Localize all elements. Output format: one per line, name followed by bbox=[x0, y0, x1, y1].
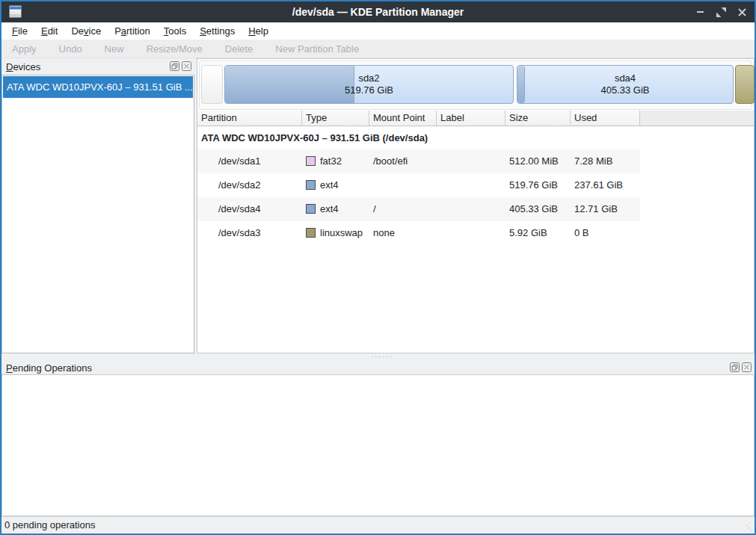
cell-mount-point: / bbox=[369, 197, 437, 221]
fstype-swatch bbox=[306, 204, 316, 214]
segment-size: 405.33 GiB bbox=[600, 84, 649, 96]
devices-panel-title: Devices bbox=[6, 60, 40, 75]
resize-move-button[interactable]: Resize/Move bbox=[147, 43, 203, 55]
menu-device[interactable]: Device bbox=[64, 22, 108, 40]
column-header-label[interactable]: Label bbox=[437, 111, 505, 126]
table-header: Partition Type Mount Point Label Size Us… bbox=[197, 111, 754, 126]
table-row[interactable]: /dev/sda2 ext4 519.76 GiB 237.61 GiB bbox=[197, 173, 640, 197]
devices-float-icon[interactable] bbox=[170, 61, 179, 71]
cell-partition: /dev/sda4 bbox=[197, 197, 302, 221]
column-header-size[interactable]: Size bbox=[505, 111, 571, 126]
cell-used: 12.71 GiB bbox=[571, 197, 640, 221]
menu-partition[interactable]: Partition bbox=[108, 22, 157, 40]
partition-segment-sda2[interactable]: sda2 519.76 GiB bbox=[224, 65, 514, 104]
column-header-partition[interactable]: Partition bbox=[197, 111, 302, 126]
cell-type: fat32 bbox=[320, 155, 342, 167]
cell-used: 0 B bbox=[571, 221, 640, 245]
window-title: /dev/sda — KDE Partition Manager bbox=[1, 1, 755, 22]
status-bar: 0 pending operations ⋱ bbox=[1, 516, 755, 534]
device-list-item[interactable]: ATA WDC WD10JPVX-60J – 931.51 GiB ... bbox=[3, 76, 193, 98]
sda2-used-fill bbox=[225, 66, 354, 103]
column-header-filler bbox=[640, 111, 754, 126]
table-row[interactable]: /dev/sda3 linuxswap none 5.92 GiB 0 B bbox=[197, 221, 640, 245]
cell-used: 237.61 GiB bbox=[571, 173, 640, 197]
undo-button[interactable]: Undo bbox=[59, 43, 82, 55]
maximize-button[interactable] bbox=[716, 7, 726, 17]
cell-type: ext4 bbox=[320, 179, 339, 191]
cell-mount-point bbox=[369, 173, 437, 197]
segment-name: sda2 bbox=[345, 72, 393, 84]
new-button[interactable]: New bbox=[105, 43, 124, 55]
minimize-button[interactable] bbox=[695, 7, 705, 17]
cell-size: 405.33 GiB bbox=[505, 197, 571, 221]
partition-table: Partition Type Mount Point Label Size Us… bbox=[197, 111, 754, 245]
resize-grip[interactable]: ⋱ bbox=[746, 525, 753, 532]
tool-bar: Apply Undo New Resize/Move Delete New Pa… bbox=[1, 40, 755, 58]
partition-segment-sda1[interactable] bbox=[201, 65, 223, 104]
apply-button[interactable]: Apply bbox=[12, 43, 37, 55]
fstype-swatch bbox=[306, 180, 316, 190]
table-row[interactable]: /dev/sda1 fat32 /boot/efi 512.00 MiB 7.2… bbox=[197, 149, 640, 173]
cell-type: ext4 bbox=[320, 203, 339, 214]
cell-label bbox=[437, 197, 505, 221]
cell-label bbox=[437, 149, 505, 173]
fstype-swatch bbox=[306, 156, 316, 166]
partition-segment-sda4[interactable]: sda4 405.33 GiB bbox=[517, 65, 734, 104]
fstype-swatch bbox=[306, 228, 316, 238]
cell-label bbox=[437, 173, 505, 197]
cell-label bbox=[437, 221, 505, 245]
sda4-used-fill bbox=[517, 66, 525, 103]
kde-partition-manager-window: /dev/sda — KDE Partition Manager File Ed… bbox=[0, 0, 756, 535]
menu-edit[interactable]: Edit bbox=[34, 22, 64, 40]
cell-mount-point: /boot/efi bbox=[369, 149, 437, 173]
menu-file[interactable]: File bbox=[5, 22, 34, 40]
column-header-type[interactable]: Type bbox=[302, 111, 369, 126]
cell-size: 519.76 GiB bbox=[505, 173, 571, 197]
partition-view: sda2 519.76 GiB sda4 405.33 GiB Partitio… bbox=[197, 58, 755, 353]
close-icon[interactable] bbox=[737, 7, 747, 17]
devices-list: ATA WDC WD10JPVX-60J – 931.51 GiB ... bbox=[1, 75, 194, 353]
cell-size: 5.92 GiB bbox=[505, 221, 571, 245]
new-partition-table-button[interactable]: New Partition Table bbox=[275, 43, 359, 55]
menu-tools[interactable]: Tools bbox=[157, 22, 193, 40]
cell-used: 7.28 MiB bbox=[571, 149, 640, 173]
pending-close-icon[interactable] bbox=[742, 362, 752, 372]
segment-name: sda4 bbox=[600, 72, 649, 84]
cell-partition: /dev/sda2 bbox=[197, 173, 302, 197]
status-text: 0 pending operations bbox=[4, 519, 95, 531]
devices-close-icon[interactable] bbox=[182, 61, 191, 71]
cell-mount-point: none bbox=[369, 221, 437, 245]
partition-bar: sda2 519.76 GiB sda4 405.33 GiB bbox=[199, 61, 752, 110]
device-group-header[interactable]: ATA WDC WD10JPVX-60J – 931.51 GiB (/dev/… bbox=[197, 126, 754, 149]
cell-size: 512.00 MiB bbox=[505, 149, 571, 173]
title-bar[interactable]: /dev/sda — KDE Partition Manager bbox=[1, 1, 755, 22]
pending-operations-list bbox=[1, 374, 755, 516]
segment-size: 519.76 GiB bbox=[345, 84, 393, 96]
partition-segment-sda3[interactable] bbox=[735, 65, 755, 104]
menu-settings[interactable]: Settings bbox=[193, 22, 242, 40]
column-header-mount-point[interactable]: Mount Point bbox=[369, 111, 437, 126]
cell-partition: /dev/sda3 bbox=[197, 221, 302, 245]
splitter-handle[interactable]: ······ bbox=[1, 353, 755, 359]
cell-partition: /dev/sda1 bbox=[197, 149, 302, 173]
pending-float-icon[interactable] bbox=[730, 362, 740, 372]
menu-bar: File Edit Device Partition Tools Setting… bbox=[1, 22, 755, 40]
column-header-used[interactable]: Used bbox=[571, 111, 640, 126]
pending-operations-title: Pending Operations bbox=[6, 361, 92, 376]
menu-help[interactable]: Help bbox=[242, 22, 275, 40]
table-row[interactable]: /dev/sda4 ext4 / 405.33 GiB 12.71 GiB bbox=[197, 197, 640, 221]
delete-button[interactable]: Delete bbox=[225, 43, 253, 55]
cell-type: linuxswap bbox=[320, 227, 363, 238]
